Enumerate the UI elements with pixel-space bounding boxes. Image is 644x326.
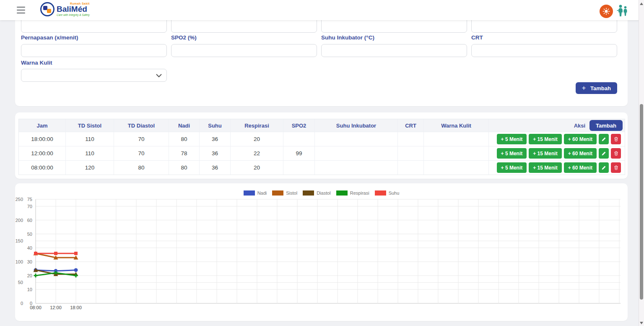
form-input-2[interactable] [171, 44, 317, 57]
svg-text:250: 250 [16, 197, 23, 202]
table-tambah-button[interactable]: Tambah [589, 120, 623, 131]
add-60-menit-button[interactable]: + 60 Menit [564, 134, 597, 144]
edit-row-button[interactable] [599, 148, 609, 159]
pencil-icon [601, 137, 606, 142]
logo-tagline: Care with Integrity & Safety [57, 13, 90, 16]
legend-item-diastol: Diastol [303, 190, 331, 196]
legend-swatch [272, 190, 283, 196]
row-actions: + 5 Menit+ 15 Menit+ 60 Menit [489, 161, 625, 175]
cell-td-sistol: 110 [66, 132, 114, 146]
add-15-menit-button[interactable]: + 15 Menit [529, 148, 561, 159]
cell-suhu: 36 [200, 161, 231, 175]
form-tambah-button[interactable]: + Tambah [576, 82, 617, 94]
cell-nadi: 80 [169, 132, 200, 146]
column-header-respirasi: Respirasi [231, 119, 283, 132]
chevron-down-icon [156, 74, 162, 78]
cell-jam: 12:00:00 [19, 146, 66, 160]
add-5-menit-button[interactable]: + 5 Menit [497, 148, 527, 159]
cell-spo2 [283, 132, 315, 146]
add-5-menit-button[interactable]: + 5 Menit [497, 162, 527, 173]
legend-swatch [375, 190, 386, 196]
cell-td-sistol: 120 [66, 161, 114, 175]
warna-kulit-label: Warna Kulit [21, 60, 52, 66]
svg-text:60: 60 [27, 218, 32, 223]
cell-spo2 [283, 161, 315, 175]
sun-icon [602, 7, 610, 16]
add-60-menit-button[interactable]: + 60 Menit [564, 162, 597, 173]
scrollbar-thumb[interactable] [640, 104, 643, 300]
cell-crt [398, 146, 424, 160]
column-header-suhu: Suhu [200, 119, 231, 132]
form-input-3[interactable] [321, 44, 467, 57]
column-header-crt: CRT [398, 119, 424, 132]
trash-icon [613, 165, 619, 170]
cell-crt [398, 161, 424, 175]
cell-suhu-inkubator [315, 161, 398, 175]
add-60-menit-button[interactable]: + 60 Menit [564, 148, 597, 159]
cell-nadi: 78 [169, 146, 200, 160]
add-5-menit-button[interactable]: + 5 Menit [497, 134, 527, 144]
form-input-4[interactable] [471, 44, 617, 57]
delete-row-button[interactable] [611, 148, 621, 159]
chart-legend: NadiSistolDiastolRespirasiSuhu [15, 190, 628, 196]
legend-label: Nadi [257, 190, 267, 196]
column-header-jam: Jam [19, 119, 66, 132]
theme-toggle-button[interactable] [600, 5, 613, 18]
column-header-suhu-inkubator: Suhu Inkubator [315, 119, 398, 132]
edit-row-button[interactable] [599, 162, 609, 173]
row-actions: + 5 Menit+ 15 Menit+ 60 Menit [489, 146, 625, 160]
svg-text:40: 40 [27, 245, 32, 250]
svg-text:10: 10 [27, 287, 32, 292]
legend-label: Diastol [317, 190, 331, 196]
cell-crt [398, 132, 424, 146]
balimed-logo-icon [40, 2, 55, 16]
cell-suhu-inkubator [315, 146, 398, 160]
table-row: 18:00:0011070803620+ 5 Menit+ 15 Menit+ … [19, 132, 625, 146]
app-header: Rumah Sakit BaliMéd Care with Integrity … [0, 0, 644, 20]
legend-label: Sistol [286, 190, 297, 196]
hamburger-menu-icon[interactable] [17, 7, 25, 13]
svg-text:50: 50 [18, 280, 23, 285]
scroll-up-arrow-icon[interactable] [640, 3, 643, 5]
family-patients-icon[interactable] [615, 4, 630, 18]
form-input-1[interactable] [21, 44, 167, 57]
observations-table-card: JamTD SistolTD DiastolNadiSuhuRespirasiS… [15, 112, 628, 179]
form-field-label: CRT [471, 34, 483, 41]
warna-kulit-select[interactable] [21, 69, 167, 82]
cell-td-sistol: 110 [66, 146, 114, 160]
point-respirasi [34, 274, 38, 277]
legend-swatch [336, 190, 348, 196]
delete-row-button[interactable] [611, 134, 621, 144]
svg-text:200: 200 [16, 218, 23, 223]
observations-table: JamTD SistolTD DiastolNadiSuhuRespirasiS… [18, 119, 625, 175]
svg-text:08:00: 08:00 [30, 305, 42, 310]
cell-spo2: 99 [283, 146, 315, 160]
delete-row-button[interactable] [611, 162, 621, 173]
cell-respirasi: 20 [231, 132, 283, 146]
scroll-down-arrow-icon[interactable] [640, 322, 643, 324]
table-row: 12:00:001107078362299+ 5 Menit+ 15 Menit… [19, 146, 625, 160]
cell-warna-kulit [424, 132, 489, 146]
logo-name: BaliMéd [57, 5, 90, 13]
add-15-menit-button[interactable]: + 15 Menit [529, 134, 561, 144]
cell-suhu-inkubator [315, 132, 398, 146]
svg-text:30: 30 [27, 259, 32, 264]
svg-text:70: 70 [27, 204, 32, 209]
svg-text:100: 100 [16, 259, 23, 264]
column-header-aksi: AksiTambah [489, 119, 625, 132]
legend-swatch [303, 190, 314, 196]
plus-icon: + [582, 84, 586, 92]
pencil-icon [601, 165, 606, 170]
form-tambah-label: Tambah [590, 85, 611, 91]
cell-suhu: 36 [200, 132, 231, 146]
svg-text:12:00: 12:00 [50, 305, 62, 310]
vertical-scrollbar[interactable] [639, 0, 644, 326]
edit-row-button[interactable] [599, 134, 609, 144]
column-header-spo2: SPO2 [283, 119, 315, 132]
legend-swatch [244, 190, 255, 196]
aksi-header-label: Aksi [574, 123, 585, 129]
svg-text:75: 75 [27, 197, 32, 202]
point-suhu [34, 252, 37, 255]
add-15-menit-button[interactable]: + 15 Menit [529, 162, 561, 173]
cell-td-diastol: 70 [114, 132, 169, 146]
